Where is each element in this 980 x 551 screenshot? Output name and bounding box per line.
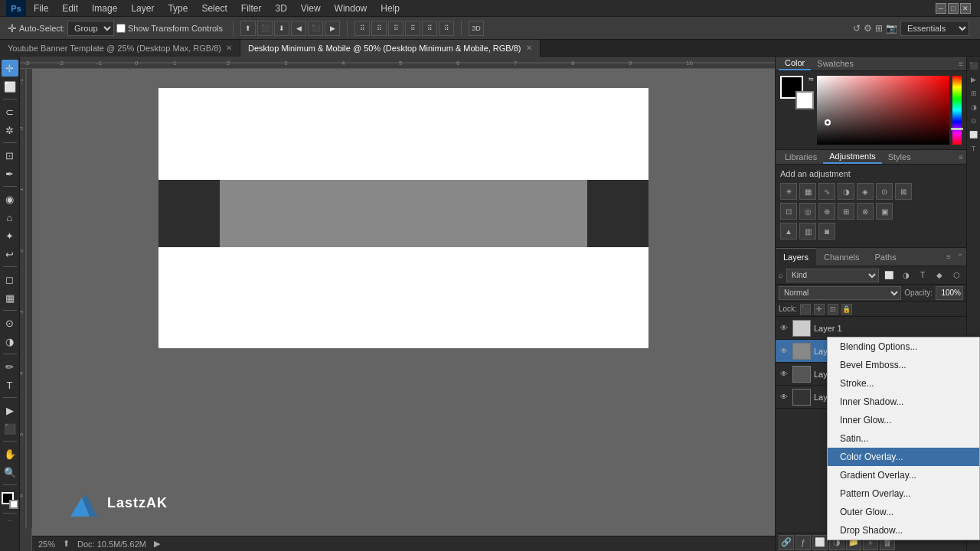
hue-strip[interactable]	[952, 76, 962, 145]
side-icon-1[interactable]: ⬛	[968, 60, 980, 72]
type-tool-button[interactable]: T	[2, 377, 18, 393]
lock-all-button[interactable]: 🔒	[841, 304, 852, 315]
tab-youtube-banner[interactable]: Youtube Banner Template @ 25% (Desktop M…	[0, 40, 240, 57]
layer-eye-icon[interactable]: 👁	[779, 369, 789, 380]
close-button[interactable]: ✕	[960, 3, 971, 14]
marquee-tool-button[interactable]: ⬜	[2, 78, 18, 95]
distribute-button3[interactable]: ⠿	[388, 21, 403, 36]
curves-icon[interactable]: ∿	[818, 183, 835, 200]
menu-3d[interactable]: 3D	[269, 2, 292, 15]
side-icon-4[interactable]: ◑	[968, 101, 980, 113]
color-panel-menu[interactable]: ≡	[959, 60, 963, 68]
layer-eye-icon[interactable]: 👁	[779, 323, 789, 334]
transform-controls-checkbox[interactable]	[116, 24, 126, 33]
layer-eye-icon[interactable]: 👁	[779, 346, 789, 357]
menu-layer[interactable]: Layer	[125, 2, 160, 15]
layers-panel-menu[interactable]: ≡	[943, 253, 954, 261]
tab-swatches[interactable]: Swatches	[811, 57, 860, 70]
lock-pixels-button[interactable]: ⬛	[800, 304, 811, 315]
3d-mode-button[interactable]: 3D	[469, 21, 484, 36]
rotate-icon[interactable]: ↺	[853, 23, 861, 34]
color-switch-icon[interactable]: ⇆	[808, 76, 814, 83]
blur-tool-button[interactable]: ⊙	[2, 315, 18, 331]
gradient-tool-button[interactable]: ▦	[2, 289, 18, 306]
layers-panel-collapse[interactable]: ⌃	[954, 253, 966, 261]
tab-layers[interactable]: Layers	[776, 248, 816, 266]
satin-item[interactable]: Satin...	[828, 429, 979, 448]
tab-youtube-close[interactable]: ✕	[226, 44, 232, 52]
channelmix-icon[interactable]: ⊕	[818, 203, 835, 220]
shape-filter-icon[interactable]: ◆	[933, 269, 946, 282]
color-picker-gradient[interactable]	[817, 76, 949, 145]
selectivecolor-icon[interactable]: ◙	[818, 223, 835, 240]
menu-select[interactable]: Select	[195, 2, 233, 15]
pattern-overlay-item[interactable]: Pattern Overlay...	[828, 484, 979, 503]
side-icon-7[interactable]: T	[968, 142, 980, 155]
distribute-button4[interactable]: ⠿	[405, 21, 420, 36]
crop-tool-button[interactable]: ⊡	[2, 147, 18, 164]
photofilter-icon[interactable]: ◎	[799, 203, 816, 220]
quick-select-button[interactable]: ✲	[2, 122, 18, 139]
adj-panel-menu[interactable]: ≡	[959, 153, 963, 161]
layer-effects-button[interactable]: ƒ	[795, 535, 811, 550]
minimize-button[interactable]: ─	[936, 3, 946, 14]
workspace-dropdown[interactable]: Essentials	[900, 21, 969, 36]
pen-tool-button[interactable]: ✏	[2, 358, 18, 375]
canvas-area[interactable]: LastzAK 25% ⬆ Doc: 10.5M/5.62M ▶	[32, 69, 775, 551]
menu-view[interactable]: View	[295, 2, 327, 15]
posterize-icon[interactable]: ▣	[876, 203, 893, 220]
distribute-button2[interactable]: ⠿	[371, 21, 387, 36]
align-bottom-button[interactable]: ⬇	[274, 21, 289, 36]
layer-eye-icon[interactable]: 👁	[779, 392, 789, 403]
lock-position-button[interactable]: ✛	[814, 304, 825, 315]
healing-brush-button[interactable]: ◉	[2, 191, 18, 207]
side-icon-5[interactable]: ⊙	[968, 115, 980, 127]
bwmix-icon[interactable]: ⊡	[780, 203, 797, 220]
align-top-button[interactable]: ⬆	[240, 21, 256, 36]
exposure-icon[interactable]: ◑	[838, 183, 854, 200]
zoom-tool-button[interactable]: 🔍	[2, 464, 18, 481]
distribute-button6[interactable]: ⠿	[439, 21, 454, 36]
tab-paths[interactable]: Paths	[867, 248, 904, 266]
history-brush-button[interactable]: ↩	[2, 246, 18, 262]
eraser-button[interactable]: ◻	[2, 271, 18, 288]
menu-type[interactable]: Type	[162, 2, 194, 15]
menu-file[interactable]: File	[28, 2, 54, 15]
pixel-filter-icon[interactable]: ⬜	[882, 269, 896, 282]
color-fg-bg[interactable]: ⇆	[780, 76, 814, 109]
distribute-button[interactable]: ⠿	[354, 21, 370, 36]
menu-edit[interactable]: Edit	[56, 2, 84, 15]
gradientmap-icon[interactable]: ▥	[799, 223, 816, 240]
path-select-button[interactable]: ▶	[2, 402, 18, 419]
align-hcenter-button[interactable]: ⬛	[308, 21, 323, 36]
menu-window[interactable]: Window	[328, 2, 374, 15]
vibrance-icon[interactable]: ◈	[857, 183, 874, 200]
maximize-button[interactable]: □	[948, 3, 959, 14]
link-layers-button[interactable]: 🔗	[779, 535, 794, 550]
camera-icon[interactable]: 📷	[886, 23, 897, 34]
drop-shadow-item[interactable]: Drop Shadow...	[828, 521, 979, 540]
settings-icon[interactable]: ⚙	[864, 23, 872, 34]
grid-icon[interactable]: ⊞	[875, 23, 883, 34]
align-vcenter-button[interactable]: ⬛	[257, 21, 273, 36]
fg-bg-colors[interactable]	[2, 492, 18, 509]
lock-artboard-button[interactable]: ⊡	[828, 304, 838, 315]
tab-libraries[interactable]: Libraries	[779, 151, 823, 163]
invert-icon[interactable]: ⊗	[857, 203, 874, 220]
menu-filter[interactable]: Filter	[235, 2, 268, 15]
type-filter-icon[interactable]: T	[916, 269, 929, 282]
shape-tool-button[interactable]: ⬛	[2, 420, 18, 437]
color-overlay-item[interactable]: Color Overlay...	[828, 448, 979, 466]
menu-image[interactable]: Image	[86, 2, 123, 15]
move-tool-button[interactable]: ✛	[2, 60, 18, 77]
kind-dropdown[interactable]: Kind	[786, 269, 879, 282]
hand-tool-button[interactable]: ✋	[2, 445, 18, 462]
bevel-emboss-item[interactable]: Bevel Emboss...	[828, 356, 979, 374]
tab-styles[interactable]: Styles	[882, 151, 917, 163]
levels-icon[interactable]: ▦	[799, 183, 816, 200]
tab-desktop-close[interactable]: ✕	[526, 44, 532, 52]
inner-shadow-item[interactable]: Inner Shadow...	[828, 393, 979, 411]
adjustment-filter-icon[interactable]: ◑	[899, 269, 913, 282]
side-icon-2[interactable]: ▶	[968, 73, 980, 86]
blending-options-item[interactable]: Blending Options...	[828, 337, 979, 356]
